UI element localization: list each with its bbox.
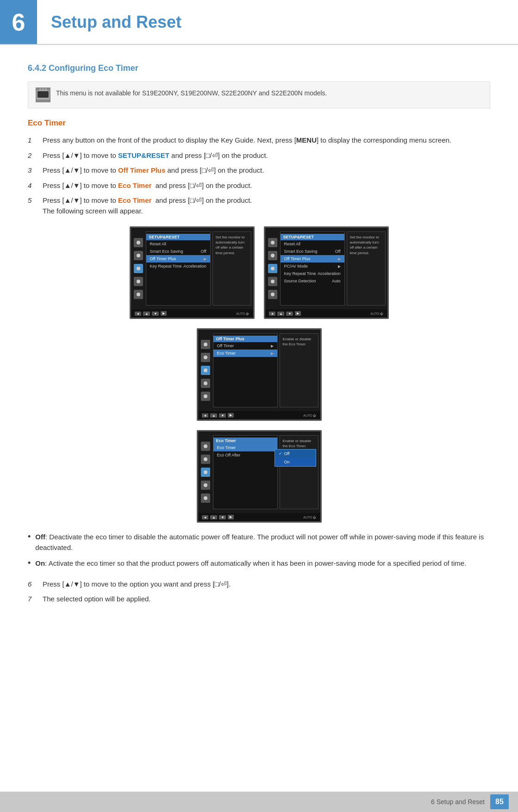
osd-icon-monitor-3 bbox=[201, 340, 210, 349]
eco-dropdown: ✔Off ✔On bbox=[275, 449, 316, 467]
osd-menu-title-2: SETUP&RESET bbox=[281, 234, 344, 240]
osd-btn-left-2: ◄ bbox=[269, 312, 276, 316]
monitor-screen-3: Off Timer Plus Off Timer▶ Eco Timer▶ Ena… bbox=[197, 328, 322, 421]
footer-chapter-text: 6 Setup and Reset bbox=[431, 798, 485, 806]
main-content: 6.4.2 Configuring Eco Timer This menu is… bbox=[0, 59, 518, 652]
osd-btn-right-4: ▶ bbox=[228, 515, 234, 519]
bullet-off: • Off: Deactivate the eco timer to disab… bbox=[28, 532, 490, 553]
final-steps-list: 6 Press [▲/▼] to move to the option you … bbox=[28, 579, 490, 605]
steps-list: 1 Press any button on the front of the p… bbox=[28, 135, 490, 216]
osd-icon-info-2 bbox=[268, 277, 277, 286]
osd-sidebar-1: Set the monitor to automatically turn of… bbox=[212, 231, 251, 306]
svg-rect-4 bbox=[45, 88, 47, 90]
osd-btn-down-4: ▼ bbox=[219, 515, 226, 519]
footer-page-number: 85 bbox=[490, 794, 509, 809]
osd-menu-4: Eco Timer Eco Timer Eco Off After bbox=[213, 435, 278, 509]
monitor-screen-1: SETUP&RESET Reset All Smart Eco SavingOf… bbox=[130, 226, 255, 319]
osd-bottom-4: ◄ ▲ ▼ ▶ AUTO ⏻ bbox=[198, 513, 320, 521]
osd-icon-monitor bbox=[134, 238, 143, 247]
osd-menu-3: Off Timer Plus Off Timer▶ Eco Timer▶ bbox=[213, 333, 278, 407]
osd-item-source-2: Source DetectionAuto bbox=[281, 277, 344, 285]
osd-auto-text: AUTO ⏻ bbox=[236, 312, 249, 315]
osd-icon-menu-2 bbox=[268, 251, 277, 260]
step-3: 3 Press [▲/▼] to move to Off Timer Plus … bbox=[28, 165, 490, 176]
svg-rect-1 bbox=[37, 91, 49, 98]
osd-icons-3 bbox=[198, 330, 213, 411]
osd-item-eco-off-after: Eco Off After bbox=[213, 451, 277, 459]
osd-item-off-timer-3: Off Timer▶ bbox=[213, 342, 277, 350]
svg-rect-3 bbox=[39, 88, 41, 90]
osd-icon-extra-2 bbox=[268, 290, 277, 299]
osd-item-key-repeat-1: Key Repeat TimeAcceleration bbox=[146, 262, 210, 270]
osd-menu-1: SETUP&RESET Reset All Smart Eco SavingOf… bbox=[146, 231, 211, 306]
osd-icon-extra bbox=[134, 290, 143, 299]
osd-btn-right-3: ▶ bbox=[228, 413, 234, 418]
osd-btn-down-2: ▼ bbox=[286, 312, 293, 316]
osd-item-eco-saving-2: Smart Eco SavingOff bbox=[281, 248, 344, 255]
osd-auto-text-4: AUTO ⏻ bbox=[303, 516, 316, 519]
note-box: This menu is not available for S19E200NY… bbox=[28, 81, 490, 108]
osd-item-key-repeat-2: Key Repeat TimeAcceleration bbox=[281, 270, 344, 277]
osd-icon-info-4 bbox=[201, 481, 210, 490]
osd-btn-up-3: ▲ bbox=[210, 413, 217, 418]
osd-sidebar-4: Enable or disable the Eco Timer. bbox=[280, 435, 318, 509]
screenshot-row-3: Eco Timer Eco Timer Eco Off After ✔Off ✔… bbox=[28, 430, 490, 523]
osd-bottom-2: ◄ ▲ ▼ ▶ AUTO ⏻ bbox=[265, 309, 387, 318]
osd-icon-extra-4 bbox=[201, 493, 210, 503]
eco-timer-section-heading: Eco Timer bbox=[28, 119, 490, 128]
osd-item-pcav-2: PC/AV Mode▶ bbox=[281, 262, 344, 270]
osd-icon-info bbox=[134, 277, 143, 286]
osd-btn-up: ▲ bbox=[143, 312, 150, 316]
osd-item-reset-all-1: Reset All bbox=[146, 240, 210, 248]
osd-btn-down-3: ▼ bbox=[219, 413, 226, 418]
osd-btn-up-2: ▲ bbox=[277, 312, 284, 316]
step-4: 4 Press [▲/▼] to move to Eco Timer and p… bbox=[28, 181, 490, 191]
osd-icon-info-3 bbox=[201, 379, 210, 388]
osd-btn-up-4: ▲ bbox=[210, 515, 217, 519]
osd-icon-monitor-4 bbox=[201, 442, 210, 451]
note-icon bbox=[36, 87, 50, 102]
osd-sidebar-2: Set the monitor to automatically turn of… bbox=[347, 231, 386, 306]
screenshot-row-1: SETUP&RESET Reset All Smart Eco SavingOf… bbox=[28, 226, 490, 319]
note-text: This menu is not available for S19E200NY… bbox=[56, 87, 327, 97]
osd-item-eco-saving-1: Smart Eco SavingOff bbox=[146, 248, 210, 255]
svg-rect-2 bbox=[42, 88, 44, 90]
monitor-screen-4: Eco Timer Eco Timer Eco Off After ✔Off ✔… bbox=[197, 430, 322, 523]
chapter-number: 6 bbox=[0, 0, 37, 44]
bullet-list: • Off: Deactivate the eco timer to disab… bbox=[28, 532, 490, 569]
step-5: 5 Press [▲/▼] to move to Eco Timer and p… bbox=[28, 195, 490, 216]
osd-btn-down: ▼ bbox=[152, 312, 159, 316]
osd-item-off-timer-1: Off Timer Plus▶ bbox=[146, 255, 210, 262]
osd-menu-title-1: SETUP&RESET bbox=[146, 234, 210, 240]
osd-icon-monitor-2 bbox=[268, 238, 277, 247]
osd-btn-left: ◄ bbox=[135, 312, 142, 316]
osd-icon-extra-3 bbox=[201, 392, 210, 401]
osd-item-eco-timer-4: Eco Timer bbox=[213, 444, 277, 451]
monitor-screen-2: SETUP&RESET Reset All Smart Eco SavingOf… bbox=[264, 226, 389, 319]
eco-dropdown-item-off: ✔Off bbox=[275, 450, 316, 458]
step-1: 1 Press any button on the front of the p… bbox=[28, 135, 490, 146]
osd-icon-setup-4 bbox=[201, 468, 210, 477]
osd-btn-right-2: ▶ bbox=[295, 311, 301, 316]
eco-dropdown-item-on: ✔On bbox=[275, 458, 316, 466]
section-heading: 6.4.2 Configuring Eco Timer bbox=[28, 63, 490, 73]
osd-menu-2: SETUP&RESET Reset All Smart Eco SavingOf… bbox=[280, 231, 345, 306]
osd-menu-title-4: Eco Timer bbox=[213, 437, 277, 444]
osd-item-eco-timer-3: Eco Timer▶ bbox=[213, 350, 277, 357]
osd-bottom-3: ◄ ▲ ▼ ▶ AUTO ⏻ bbox=[198, 411, 320, 419]
osd-menu-title-3: Off Timer Plus bbox=[213, 336, 277, 342]
osd-icon-menu bbox=[134, 251, 143, 260]
osd-btn-left-3: ◄ bbox=[202, 413, 209, 418]
osd-icon-setup-3 bbox=[201, 366, 210, 375]
screenshot-row-2: Off Timer Plus Off Timer▶ Eco Timer▶ Ena… bbox=[28, 328, 490, 421]
osd-bottom-1: ◄ ▲ ▼ ▶ AUTO ⏻ bbox=[131, 309, 253, 318]
osd-btn-left-4: ◄ bbox=[202, 515, 209, 519]
osd-icons-2 bbox=[265, 228, 280, 309]
step-7: 7 The selected option will be applied. bbox=[28, 594, 490, 605]
page-footer: 6 Setup and Reset 85 bbox=[0, 792, 518, 812]
osd-btn-right: ▶ bbox=[161, 311, 167, 316]
osd-item-reset-all-2: Reset All bbox=[281, 240, 344, 248]
chapter-title: Setup and Reset bbox=[37, 0, 195, 44]
step-2: 2 Press [▲/▼] to move to SETUP&RESET and… bbox=[28, 150, 490, 161]
osd-auto-text-2: AUTO ⏻ bbox=[370, 312, 383, 315]
